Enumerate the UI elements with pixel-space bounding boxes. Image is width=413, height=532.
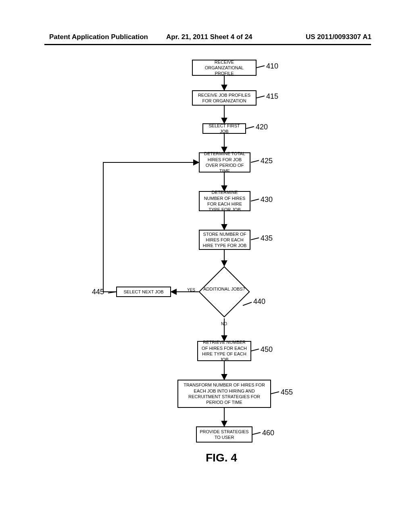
step-430: DETERMINE NUMBER OF HIRES FOR EACH HIRE …: [199, 191, 250, 211]
ref-435: 435: [261, 234, 273, 243]
edge-no: NO: [221, 322, 227, 326]
ref-455: 455: [281, 388, 293, 397]
step-460: PROVIDE STRATEGIES TO USER: [196, 426, 252, 443]
page-header: Patent Application Publication Apr. 21, …: [0, 33, 413, 44]
ref-440: 440: [253, 297, 265, 306]
svg-line-15: [251, 238, 259, 240]
step-425: DETERMINE TOTAL HIRES FOR JOB OVER PERIO…: [199, 152, 250, 172]
header-left: Patent Application Publication: [49, 33, 148, 41]
ref-420: 420: [256, 123, 268, 131]
ref-415: 415: [266, 92, 278, 101]
svg-line-11: [257, 96, 265, 98]
edge-yes: YES: [187, 288, 195, 292]
patent-page: Patent Application Publication Apr. 21, …: [0, 0, 413, 532]
svg-line-17: [108, 292, 116, 293]
step-445: SELECT NEXT JOB: [116, 287, 171, 297]
figure-caption: FIG. 4: [206, 451, 237, 464]
header-right: US 2011/0093307 A1: [306, 33, 371, 41]
step-450: RETRIEVE NUMBER OF HIRES FOR EACH HIRE T…: [197, 341, 251, 361]
header-rule: [44, 44, 371, 45]
step-410: RECEIVE ORGANIZATIONAL PROFILE: [192, 60, 257, 76]
decision-440-shape: [198, 266, 250, 317]
step-435: STORE NUMBER OF HIRES FOR EACH HIRE TYPE…: [199, 230, 250, 250]
svg-line-20: [252, 432, 261, 434]
svg-line-12: [246, 127, 254, 129]
ref-430: 430: [261, 195, 273, 204]
ref-410: 410: [266, 62, 278, 71]
ref-445: 445: [92, 288, 104, 296]
svg-line-19: [271, 392, 279, 394]
step-420: SELECT FIRST JOB: [202, 123, 246, 134]
header-mid: Apr. 21, 2011 Sheet 4 of 24: [166, 33, 252, 41]
ref-460: 460: [262, 429, 274, 437]
svg-line-10: [257, 66, 265, 68]
ref-450: 450: [261, 345, 273, 354]
svg-line-16: [243, 302, 252, 305]
ref-425: 425: [261, 157, 273, 165]
svg-line-13: [251, 160, 259, 162]
step-455: TRANSFORM NUMBER OF HIRES FOR EACH JOB I…: [177, 380, 271, 408]
step-415: RECEIVE JOB PROFILES FOR ORGANIZATION: [192, 90, 257, 106]
svg-line-18: [251, 349, 259, 351]
svg-line-14: [251, 199, 259, 201]
